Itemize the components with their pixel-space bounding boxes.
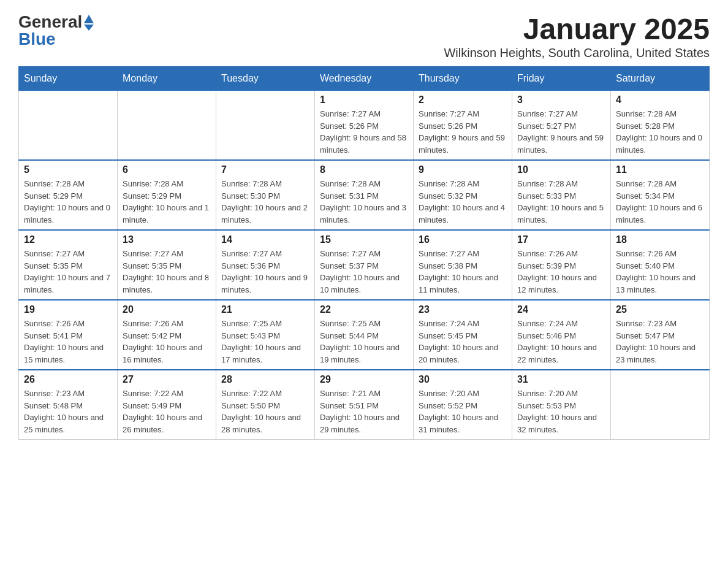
calendar-cell: 12Sunrise: 7:27 AM Sunset: 5:35 PM Dayli… (19, 230, 118, 300)
calendar-week-row: 1Sunrise: 7:27 AM Sunset: 5:26 PM Daylig… (19, 91, 710, 161)
day-info: Sunrise: 7:28 AM Sunset: 5:32 PM Dayligh… (419, 178, 507, 226)
calendar-cell: 1Sunrise: 7:27 AM Sunset: 5:26 PM Daylig… (315, 91, 414, 161)
column-header-wednesday: Wednesday (315, 67, 414, 91)
day-info: Sunrise: 7:26 AM Sunset: 5:42 PM Dayligh… (123, 318, 211, 366)
day-number: 12 (24, 234, 112, 245)
calendar-cell (118, 91, 216, 161)
day-number: 5 (24, 164, 112, 175)
day-info: Sunrise: 7:25 AM Sunset: 5:44 PM Dayligh… (320, 318, 408, 366)
calendar-cell: 11Sunrise: 7:28 AM Sunset: 5:34 PM Dayli… (611, 160, 710, 230)
calendar-table: SundayMondayTuesdayWednesdayThursdayFrid… (18, 66, 710, 440)
day-number: 14 (221, 234, 309, 245)
calendar-cell: 8Sunrise: 7:28 AM Sunset: 5:31 PM Daylig… (315, 160, 414, 230)
calendar-cell: 15Sunrise: 7:27 AM Sunset: 5:37 PM Dayli… (315, 230, 414, 300)
day-info: Sunrise: 7:26 AM Sunset: 5:41 PM Dayligh… (24, 318, 112, 366)
day-info: Sunrise: 7:27 AM Sunset: 5:37 PM Dayligh… (320, 248, 408, 296)
day-info: Sunrise: 7:27 AM Sunset: 5:35 PM Dayligh… (123, 248, 211, 296)
day-number: 26 (24, 374, 112, 385)
calendar-cell: 23Sunrise: 7:24 AM Sunset: 5:45 PM Dayli… (414, 300, 512, 370)
calendar-header-row: SundayMondayTuesdayWednesdayThursdayFrid… (19, 67, 710, 91)
day-info: Sunrise: 7:27 AM Sunset: 5:27 PM Dayligh… (517, 108, 605, 156)
day-info: Sunrise: 7:28 AM Sunset: 5:31 PM Dayligh… (320, 178, 408, 226)
day-number: 21 (221, 304, 309, 315)
day-info: Sunrise: 7:28 AM Sunset: 5:33 PM Dayligh… (517, 178, 605, 226)
column-header-tuesday: Tuesday (216, 67, 315, 91)
main-title: January 2025 (444, 12, 710, 46)
calendar-cell: 10Sunrise: 7:28 AM Sunset: 5:33 PM Dayli… (512, 160, 611, 230)
calendar-cell: 7Sunrise: 7:28 AM Sunset: 5:30 PM Daylig… (216, 160, 315, 230)
calendar-cell: 29Sunrise: 7:21 AM Sunset: 5:51 PM Dayli… (315, 370, 414, 440)
calendar-cell: 31Sunrise: 7:20 AM Sunset: 5:53 PM Dayli… (512, 370, 611, 440)
day-info: Sunrise: 7:20 AM Sunset: 5:52 PM Dayligh… (419, 388, 507, 435)
day-number: 18 (616, 234, 704, 245)
day-number: 25 (616, 304, 704, 315)
calendar-cell (19, 91, 118, 161)
column-header-friday: Friday (512, 67, 611, 91)
day-number: 9 (419, 164, 507, 175)
calendar-week-row: 5Sunrise: 7:28 AM Sunset: 5:29 PM Daylig… (19, 160, 710, 230)
calendar-cell: 30Sunrise: 7:20 AM Sunset: 5:52 PM Dayli… (414, 370, 512, 440)
calendar-cell (611, 370, 710, 440)
day-info: Sunrise: 7:20 AM Sunset: 5:53 PM Dayligh… (517, 388, 605, 435)
calendar-cell: 25Sunrise: 7:23 AM Sunset: 5:47 PM Dayli… (611, 300, 710, 370)
day-number: 27 (123, 374, 211, 385)
day-number: 30 (419, 374, 507, 385)
day-info: Sunrise: 7:23 AM Sunset: 5:48 PM Dayligh… (24, 388, 112, 435)
day-info: Sunrise: 7:27 AM Sunset: 5:38 PM Dayligh… (419, 248, 507, 296)
calendar-cell: 9Sunrise: 7:28 AM Sunset: 5:32 PM Daylig… (414, 160, 512, 230)
column-header-saturday: Saturday (611, 67, 710, 91)
day-info: Sunrise: 7:28 AM Sunset: 5:34 PM Dayligh… (616, 178, 704, 226)
column-header-monday: Monday (118, 67, 216, 91)
logo-blue-text: Blue (18, 29, 56, 49)
day-number: 19 (24, 304, 112, 315)
day-info: Sunrise: 7:27 AM Sunset: 5:35 PM Dayligh… (24, 248, 112, 296)
day-info: Sunrise: 7:28 AM Sunset: 5:29 PM Dayligh… (123, 178, 211, 226)
calendar-cell: 13Sunrise: 7:27 AM Sunset: 5:35 PM Dayli… (118, 230, 216, 300)
day-number: 11 (616, 164, 704, 175)
day-number: 29 (320, 374, 408, 385)
day-info: Sunrise: 7:23 AM Sunset: 5:47 PM Dayligh… (616, 318, 704, 366)
day-info: Sunrise: 7:22 AM Sunset: 5:50 PM Dayligh… (221, 388, 309, 435)
day-number: 16 (419, 234, 507, 245)
day-number: 15 (320, 234, 408, 245)
column-header-sunday: Sunday (19, 67, 118, 91)
day-info: Sunrise: 7:28 AM Sunset: 5:29 PM Dayligh… (24, 178, 112, 226)
day-number: 23 (419, 304, 507, 315)
calendar-cell: 19Sunrise: 7:26 AM Sunset: 5:41 PM Dayli… (19, 300, 118, 370)
calendar-cell: 27Sunrise: 7:22 AM Sunset: 5:49 PM Dayli… (118, 370, 216, 440)
calendar-cell: 5Sunrise: 7:28 AM Sunset: 5:29 PM Daylig… (19, 160, 118, 230)
calendar-cell: 18Sunrise: 7:26 AM Sunset: 5:40 PM Dayli… (611, 230, 710, 300)
calendar-cell: 14Sunrise: 7:27 AM Sunset: 5:36 PM Dayli… (216, 230, 315, 300)
calendar-cell: 20Sunrise: 7:26 AM Sunset: 5:42 PM Dayli… (118, 300, 216, 370)
page-header: General Blue January 2025 Wilkinson Heig… (18, 12, 710, 60)
logo: General Blue (18, 12, 94, 49)
day-number: 17 (517, 234, 605, 245)
day-info: Sunrise: 7:24 AM Sunset: 5:45 PM Dayligh… (419, 318, 507, 366)
day-number: 1 (320, 94, 408, 105)
calendar-cell: 16Sunrise: 7:27 AM Sunset: 5:38 PM Dayli… (414, 230, 512, 300)
subtitle: Wilkinson Heights, South Carolina, Unite… (444, 46, 710, 60)
day-number: 28 (221, 374, 309, 385)
calendar-cell: 21Sunrise: 7:25 AM Sunset: 5:43 PM Dayli… (216, 300, 315, 370)
day-number: 20 (123, 304, 211, 315)
day-number: 6 (123, 164, 211, 175)
day-info: Sunrise: 7:27 AM Sunset: 5:26 PM Dayligh… (419, 108, 507, 156)
calendar-cell: 22Sunrise: 7:25 AM Sunset: 5:44 PM Dayli… (315, 300, 414, 370)
day-info: Sunrise: 7:26 AM Sunset: 5:39 PM Dayligh… (517, 248, 605, 296)
day-number: 7 (221, 164, 309, 175)
calendar-cell: 17Sunrise: 7:26 AM Sunset: 5:39 PM Dayli… (512, 230, 611, 300)
day-info: Sunrise: 7:28 AM Sunset: 5:30 PM Dayligh… (221, 178, 309, 226)
day-number: 22 (320, 304, 408, 315)
calendar-cell: 26Sunrise: 7:23 AM Sunset: 5:48 PM Dayli… (19, 370, 118, 440)
day-info: Sunrise: 7:22 AM Sunset: 5:49 PM Dayligh… (123, 388, 211, 435)
day-number: 10 (517, 164, 605, 175)
column-header-thursday: Thursday (414, 67, 512, 91)
day-info: Sunrise: 7:28 AM Sunset: 5:28 PM Dayligh… (616, 108, 704, 156)
day-number: 24 (517, 304, 605, 315)
calendar-cell: 24Sunrise: 7:24 AM Sunset: 5:46 PM Dayli… (512, 300, 611, 370)
calendar-cell: 2Sunrise: 7:27 AM Sunset: 5:26 PM Daylig… (414, 91, 512, 161)
day-info: Sunrise: 7:25 AM Sunset: 5:43 PM Dayligh… (221, 318, 309, 366)
day-info: Sunrise: 7:26 AM Sunset: 5:40 PM Dayligh… (616, 248, 704, 296)
day-number: 4 (616, 94, 704, 105)
calendar-cell: 3Sunrise: 7:27 AM Sunset: 5:27 PM Daylig… (512, 91, 611, 161)
